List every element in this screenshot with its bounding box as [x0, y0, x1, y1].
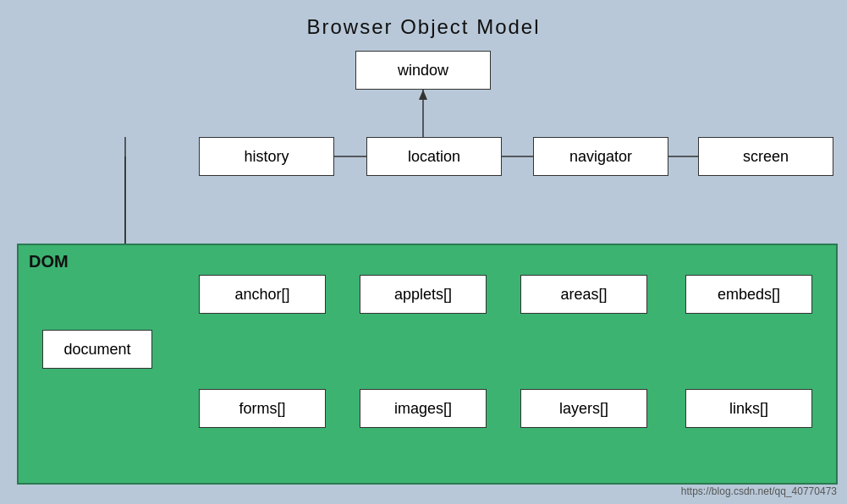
location-label: location: [408, 148, 460, 166]
box-screen: screen: [698, 137, 833, 176]
svg-marker-1: [419, 90, 427, 100]
box-anchor: anchor[]: [199, 275, 326, 314]
embeds-label: embeds[]: [718, 286, 780, 304]
areas-label: areas[]: [560, 286, 607, 304]
document-label: document: [63, 341, 130, 359]
applets-label: applets[]: [394, 286, 452, 304]
anchor-label: anchor[]: [234, 286, 289, 304]
box-location: location: [366, 137, 502, 176]
watermark: https://blog.csdn.net/qq_40770473: [681, 485, 837, 497]
box-forms: forms[]: [199, 389, 326, 428]
window-label: window: [398, 62, 448, 79]
navigator-label: navigator: [569, 148, 632, 166]
images-label: images[]: [394, 400, 452, 418]
diagram-container: Browser Object Model window history loca…: [0, 0, 847, 504]
forms-label: forms[]: [239, 400, 285, 418]
box-navigator: navigator: [533, 137, 668, 176]
box-window: window: [355, 51, 491, 90]
layers-label: layers[]: [559, 400, 608, 418]
screen-label: screen: [743, 148, 789, 166]
box-images: images[]: [360, 389, 487, 428]
box-history: history: [199, 137, 334, 176]
dom-label: DOM: [29, 252, 69, 271]
links-label: links[]: [729, 400, 768, 418]
page-title: Browser Object Model: [0, 0, 847, 39]
box-embeds: embeds[]: [685, 275, 812, 314]
box-areas: areas[]: [520, 275, 647, 314]
history-label: history: [244, 148, 289, 166]
box-links: links[]: [685, 389, 812, 428]
box-layers: layers[]: [520, 389, 647, 428]
box-document: document: [42, 330, 152, 369]
box-applets: applets[]: [360, 275, 487, 314]
